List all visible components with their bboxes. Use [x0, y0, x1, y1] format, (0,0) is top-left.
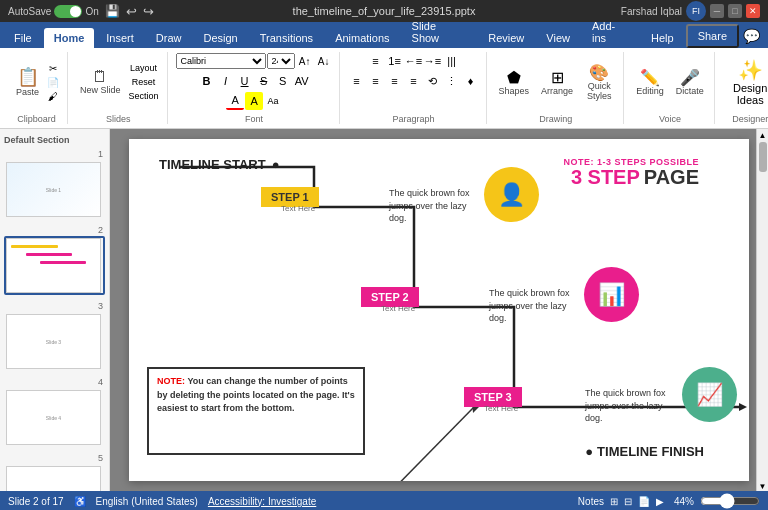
italic-button[interactable]: I — [217, 72, 235, 90]
indent-more-button[interactable]: →≡ — [424, 52, 442, 70]
char-spacing-button[interactable]: AV — [293, 72, 311, 90]
font-size-2[interactable]: Aa — [264, 92, 282, 110]
step2-icon-bubble: 📊 — [584, 267, 639, 322]
tab-design[interactable]: Design — [193, 28, 247, 48]
slide-show-button[interactable]: ▶ — [656, 496, 664, 507]
underline-button[interactable]: U — [236, 72, 254, 90]
scrollbar-thumb[interactable] — [759, 142, 767, 172]
zoom-slider[interactable] — [700, 496, 760, 506]
redo-icon[interactable]: ↪ — [143, 4, 154, 19]
highlight-button[interactable]: A — [245, 92, 263, 110]
tab-view[interactable]: View — [536, 28, 580, 48]
font-decrease-button[interactable]: A↓ — [315, 52, 333, 70]
shapes-button[interactable]: ⬟ Shapes — [495, 66, 534, 99]
format-painter-button[interactable]: 🖌 — [45, 90, 61, 103]
editing-button[interactable]: ✏️ Editing — [632, 66, 668, 99]
dictate-icon: 🎤 — [680, 68, 700, 87]
align-left-button[interactable]: ≡ — [348, 72, 366, 90]
columns-button[interactable]: ||| — [443, 52, 461, 70]
indent-less-button[interactable]: ←≡ — [405, 52, 423, 70]
maximize-button[interactable]: □ — [728, 4, 742, 18]
tab-animations[interactable]: Animations — [325, 28, 399, 48]
step3-text-here[interactable]: Text Here — [484, 404, 518, 413]
autosave-indicator: AutoSave On — [8, 5, 99, 18]
tab-help[interactable]: Help — [641, 28, 684, 48]
section-button[interactable]: Section — [127, 90, 161, 102]
note-body: You can change the number of points by d… — [157, 376, 355, 413]
group-drawing: ⬟ Shapes ⊞ Arrange 🎨 Quick Styles Drawin… — [489, 52, 625, 124]
tab-review[interactable]: Review — [478, 28, 534, 48]
tab-draw[interactable]: Draw — [146, 28, 192, 48]
copy-button[interactable]: 📄 — [45, 76, 61, 89]
normal-view-button[interactable]: ⊞ — [610, 496, 618, 507]
quick-styles-button[interactable]: 🎨 Quick Styles — [581, 61, 617, 104]
comment-icon[interactable]: 💬 — [743, 28, 760, 44]
timeline-finish: TIMELINE FINISH — [585, 444, 704, 459]
slide-thumbnail-3[interactable]: Slide 3 — [4, 312, 105, 371]
cut-button[interactable]: ✂ — [45, 62, 61, 75]
note-header-main: 3 STEP — [571, 167, 640, 187]
accessibility-label[interactable]: Accessibility: Investigate — [208, 496, 316, 507]
autosave-toggle[interactable] — [54, 5, 82, 18]
numbering-button[interactable]: 1≡ — [386, 52, 404, 70]
undo-icon[interactable]: ↩ — [126, 4, 137, 19]
font-color-button[interactable]: A — [226, 92, 244, 110]
scroll-down-icon[interactable]: ▼ — [759, 482, 767, 491]
tab-insert[interactable]: Insert — [96, 28, 144, 48]
slide-num-5: 5 — [4, 453, 105, 463]
accessibility-icon: ♿ — [74, 496, 86, 507]
group-slides: 🗒 New Slide Layout Reset Section Slides — [70, 52, 168, 124]
canvas-area[interactable]: ▲ ▼ TIMELINE START NOTE: 1-3 STEPS POSS — [110, 129, 768, 491]
slide-sorter-button[interactable]: ⊟ — [624, 496, 632, 507]
convert-smartart-button[interactable]: ♦ — [462, 72, 480, 90]
title-bar: AutoSave On 💾 ↩ ↪ the_timeline_of_your_l… — [0, 0, 768, 22]
align-center-button[interactable]: ≡ — [367, 72, 385, 90]
design-ideas-button[interactable]: ✨ Design Ideas — [723, 54, 768, 110]
step1-text-here[interactable]: Text Here — [281, 204, 315, 213]
font-family-select[interactable]: Calibri — [176, 53, 266, 69]
slide-thumbnail-1[interactable]: Slide 1 — [4, 160, 105, 219]
bold-button[interactable]: B — [198, 72, 216, 90]
reset-button[interactable]: Reset — [127, 76, 161, 88]
step2-text-here[interactable]: Text Here — [381, 304, 415, 313]
step2-description: The quick brown fox jumps over the lazy … — [489, 287, 577, 325]
share-button[interactable]: Share — [686, 24, 739, 48]
shadow-button[interactable]: S — [274, 72, 292, 90]
close-button[interactable]: ✕ — [746, 4, 760, 18]
tab-addins[interactable]: Add-ins — [582, 16, 639, 48]
vertical-scrollbar[interactable]: ▲ ▼ — [756, 129, 768, 491]
shapes-label: Shapes — [499, 87, 530, 97]
align-right-button[interactable]: ≡ — [386, 72, 404, 90]
align-text-button[interactable]: ⋮ — [443, 72, 461, 90]
minimize-button[interactable]: ─ — [710, 4, 724, 18]
arrange-button[interactable]: ⊞ Arrange — [537, 66, 577, 99]
title-bar-left: AutoSave On 💾 ↩ ↪ — [8, 4, 154, 19]
tab-file[interactable]: File — [4, 28, 42, 48]
slide-thumbnail-4[interactable]: Slide 4 — [4, 388, 105, 447]
reading-view-button[interactable]: 📄 — [638, 496, 650, 507]
note-box[interactable]: NOTE: You can change the number of point… — [147, 367, 365, 455]
voice-label: Voice — [659, 112, 681, 124]
layout-button[interactable]: Layout — [127, 62, 161, 74]
tab-home[interactable]: Home — [44, 28, 95, 48]
autosave-state: On — [85, 6, 98, 17]
tab-transitions[interactable]: Transitions — [250, 28, 323, 48]
save-icon[interactable]: 💾 — [105, 4, 120, 18]
paste-label: Paste — [16, 88, 39, 98]
justify-button[interactable]: ≡ — [405, 72, 423, 90]
text-direction-button[interactable]: ⟲ — [424, 72, 442, 90]
new-slide-button[interactable]: 🗒 New Slide — [76, 66, 125, 98]
arrange-icon: ⊞ — [551, 68, 564, 87]
slide-canvas[interactable]: TIMELINE START NOTE: 1-3 STEPS POSSIBLE … — [129, 139, 749, 481]
font-size-select[interactable]: 24 — [267, 53, 295, 69]
dictate-button[interactable]: 🎤 Dictate — [672, 66, 708, 99]
scroll-up-icon[interactable]: ▲ — [759, 131, 767, 140]
font-increase-button[interactable]: A↑ — [296, 52, 314, 70]
slide-thumbnail-5[interactable]: Slide 5 — [4, 464, 105, 491]
tab-slideshow[interactable]: Slide Show — [402, 16, 477, 48]
slide-thumbnail-2[interactable] — [4, 236, 105, 295]
bullets-button[interactable]: ≡ — [367, 52, 385, 70]
notes-button[interactable]: Notes — [578, 496, 604, 507]
strikethrough-button[interactable]: S — [255, 72, 273, 90]
paste-button[interactable]: 📋 Paste — [12, 64, 43, 100]
